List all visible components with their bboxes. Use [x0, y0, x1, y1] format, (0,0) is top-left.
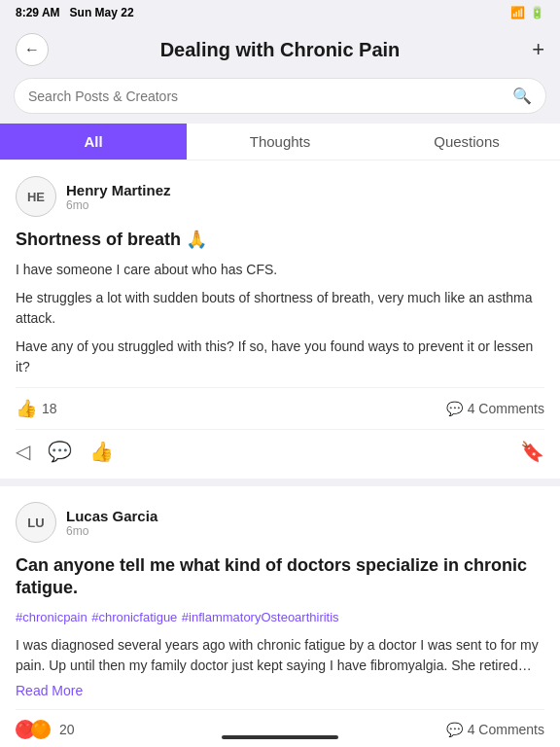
- status-time: 8:29 AM Sun May 22: [16, 6, 134, 19]
- post-tags: #chronicpain #chronicfatigue #inflammato…: [16, 608, 544, 625]
- comments-count-2: 💬 4 Comments: [446, 722, 544, 737]
- status-bar: 8:29 AM Sun May 22 📶 🔋: [0, 0, 560, 25]
- author-time-2: 6mo: [66, 524, 158, 538]
- battery-icon: 🔋: [530, 6, 544, 19]
- tab-thoughts[interactable]: Thoughts: [187, 124, 373, 160]
- post-stats: 👍 18 💬 4 Comments: [16, 387, 544, 429]
- search-input[interactable]: [28, 89, 512, 104]
- like-button[interactable]: 👍: [89, 440, 114, 463]
- add-post-button[interactable]: +: [511, 37, 544, 62]
- comment-icon: 💬: [446, 401, 463, 416]
- likes-count: 👍 18: [16, 398, 57, 419]
- post-body-2: I was diagnosed several years ago with c…: [16, 635, 544, 676]
- post-question-title: Can anyone tell me what kind of doctors …: [16, 554, 544, 600]
- post-card: HE Henry Martinez 6mo Shortness of breat…: [0, 160, 560, 479]
- action-buttons-left: ◁ 💬 👍: [16, 440, 114, 463]
- fire-reaction: 🧡: [31, 720, 51, 739]
- author-time: 6mo: [66, 198, 171, 212]
- status-icons: 📶 🔋: [510, 6, 544, 19]
- comment-icon-2: 💬: [446, 722, 463, 737]
- tabs-container: All Thoughts Questions: [0, 124, 560, 160]
- tab-questions[interactable]: Questions: [373, 124, 560, 160]
- post-card-2: LU Lucas Garcia 6mo Can anyone tell me w…: [0, 486, 560, 747]
- post-author: HE Henry Martinez 6mo: [16, 176, 544, 217]
- search-container: 🔍: [0, 78, 560, 124]
- back-icon: ←: [24, 41, 40, 58]
- tag-2-text: #chronicfatigue: [91, 610, 177, 624]
- author-name-2: Lucas Garcia: [66, 508, 158, 524]
- author-info: Henry Martinez 6mo: [66, 182, 171, 212]
- author-info-2: Lucas Garcia 6mo: [66, 508, 158, 538]
- home-indicator: [222, 735, 338, 739]
- page-title: Dealing with Chronic Pain: [49, 39, 511, 61]
- comments-count: 💬 4 Comments: [446, 401, 544, 416]
- tab-all[interactable]: All: [0, 124, 187, 160]
- bookmark-button[interactable]: 🔖: [520, 440, 544, 463]
- avatar: HE: [16, 176, 56, 217]
- search-bar[interactable]: 🔍: [14, 78, 546, 114]
- avatar-2: LU: [16, 502, 56, 543]
- tag-1: #chronicpain: [16, 610, 88, 624]
- back-button[interactable]: ←: [16, 33, 49, 66]
- wifi-icon: 📶: [510, 6, 525, 19]
- author-name: Henry Martinez: [66, 182, 171, 198]
- post-stats-2: ❤️ 🧡 20 💬 4 Comments: [16, 709, 544, 747]
- post-title: Shortness of breath 🙏: [16, 229, 544, 250]
- post-paragraph-3: Have any of you struggled with this? If …: [16, 337, 544, 377]
- post-paragraph-2: He struggles a lot with sudden bouts of …: [16, 288, 544, 329]
- post-paragraph-1: I have someone I care about who has CFS.: [16, 260, 544, 280]
- post-actions: ◁ 💬 👍 🔖: [16, 429, 544, 463]
- share-button[interactable]: ◁: [16, 440, 30, 463]
- post-author-2: LU Lucas Garcia 6mo: [16, 502, 544, 543]
- post-body: I have someone I care about who has CFS.…: [16, 260, 544, 377]
- tag-3-text: #inflammatoryOsteoarthiritis: [182, 610, 339, 624]
- search-icon: 🔍: [512, 87, 532, 105]
- post-body-text-2: I was diagnosed several years ago with c…: [16, 635, 544, 676]
- like-icon: 👍: [16, 398, 37, 419]
- read-more-link[interactable]: Read More: [16, 683, 83, 698]
- comment-button[interactable]: 💬: [48, 440, 72, 463]
- reaction-icons: ❤️ 🧡: [16, 720, 47, 739]
- posts-container: HE Henry Martinez 6mo Shortness of breat…: [0, 160, 560, 747]
- likes-count-2: ❤️ 🧡 20: [16, 720, 75, 739]
- header: ← Dealing with Chronic Pain +: [0, 25, 560, 78]
